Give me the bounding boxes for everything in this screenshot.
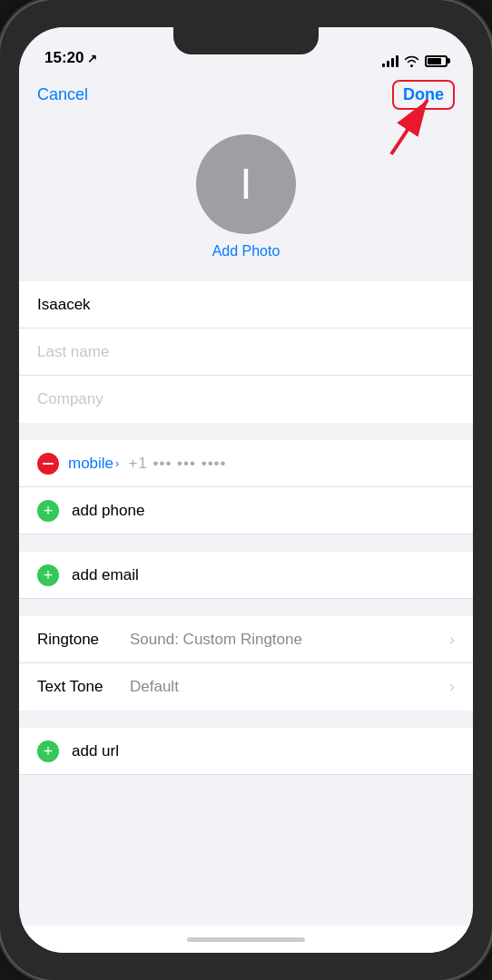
add-phone-button[interactable]: + — [37, 500, 59, 522]
time-display: 15:20 — [44, 49, 84, 67]
add-url-row[interactable]: + add url — [19, 728, 473, 775]
ringtone-label: Ringtone — [37, 631, 119, 649]
name-section — [19, 281, 473, 423]
ringtone-chevron-icon: › — [449, 631, 455, 649]
notch — [173, 27, 319, 54]
company-row — [19, 376, 473, 423]
text-tone-label: Text Tone — [37, 678, 119, 696]
signal-icon — [382, 54, 399, 67]
phone-type-chevron: › — [115, 456, 119, 470]
status-time: 15:20 ↗ — [44, 49, 97, 67]
avatar-initial: I — [240, 162, 251, 206]
form-content: I Add Photo — [19, 116, 473, 926]
add-url-label: add url — [72, 742, 119, 760]
photo-section: I Add Photo — [19, 116, 473, 281]
section-gap-1 — [19, 424, 473, 440]
section-gap-5 — [19, 776, 473, 792]
home-bar — [187, 937, 305, 942]
phone-frame: 15:20 ↗ — [0, 0, 492, 980]
done-button[interactable]: Done — [392, 80, 455, 110]
last-name-input[interactable] — [37, 330, 455, 374]
first-name-input[interactable] — [37, 283, 455, 327]
phone-number-value[interactable]: +1 ••• ••• •••• — [128, 455, 455, 473]
last-name-row — [19, 328, 473, 376]
section-gap-4 — [19, 711, 473, 728]
first-name-row — [19, 281, 473, 328]
text-tone-chevron-icon: › — [449, 678, 455, 696]
remove-phone-button[interactable] — [37, 453, 59, 475]
cancel-button[interactable]: Cancel — [37, 85, 88, 104]
screen: 15:20 ↗ — [19, 27, 473, 953]
status-icons — [382, 54, 448, 67]
phone-section: mobile › +1 ••• ••• •••• + add phone — [19, 440, 473, 534]
add-email-label: add email — [72, 566, 139, 584]
add-email-button[interactable]: + — [37, 564, 59, 586]
section-gap-6 — [19, 792, 473, 808]
add-email-row[interactable]: + add email — [19, 552, 473, 599]
location-icon: ↗ — [87, 52, 97, 65]
text-tone-row[interactable]: Text Tone Default › — [19, 663, 473, 710]
battery-icon — [425, 55, 448, 67]
company-input[interactable] — [37, 377, 455, 421]
avatar[interactable]: I — [196, 134, 296, 234]
email-section: + add email — [19, 552, 473, 599]
add-phone-label: add phone — [72, 502, 144, 520]
nav-bar: Cancel Done — [19, 73, 473, 116]
text-tone-value: Default — [130, 678, 179, 696]
add-url-button[interactable]: + — [37, 740, 59, 762]
add-photo-button[interactable]: Add Photo — [212, 243, 280, 260]
ringtone-value: Sound: Custom Ringtone — [130, 631, 302, 649]
url-section: + add url — [19, 728, 473, 775]
section-gap-2 — [19, 535, 473, 552]
phone-type-label[interactable]: mobile › — [68, 455, 119, 473]
add-phone-row[interactable]: + add phone — [19, 487, 473, 534]
wifi-icon — [404, 55, 419, 67]
section-gap-3 — [19, 600, 473, 616]
ringtone-row[interactable]: Ringtone Sound: Custom Ringtone › — [19, 616, 473, 663]
tones-section: Ringtone Sound: Custom Ringtone › Text T… — [19, 616, 473, 710]
home-indicator[interactable] — [19, 926, 473, 953]
mobile-phone-row: mobile › +1 ••• ••• •••• — [19, 440, 473, 487]
